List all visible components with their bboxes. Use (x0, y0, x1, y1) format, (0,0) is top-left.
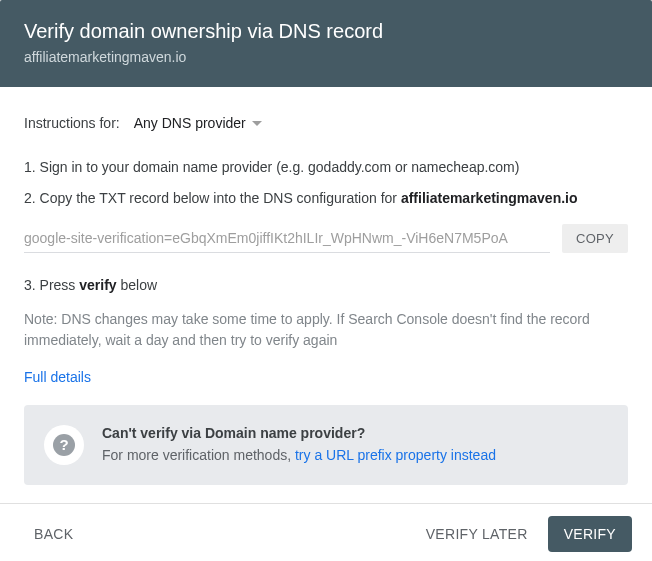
dns-provider-dropdown[interactable]: Any DNS provider (134, 111, 262, 135)
info-body: For more verification methods, try a URL… (102, 445, 496, 467)
verify-later-button[interactable]: VERIFY LATER (412, 516, 542, 552)
info-heading: Can't verify via Domain name provider? (102, 423, 496, 445)
copy-button[interactable]: COPY (562, 224, 628, 253)
step-3-bold: verify (79, 277, 116, 293)
txt-record-row: COPY (24, 224, 628, 253)
instructions-label: Instructions for: (24, 113, 120, 133)
dns-provider-value: Any DNS provider (134, 113, 246, 133)
dialog-footer: BACK VERIFY LATER VERIFY (0, 503, 652, 561)
verify-ownership-dialog: Verify domain ownership via DNS record a… (0, 0, 652, 561)
full-details-link[interactable]: Full details (24, 367, 91, 387)
step-2-text: 2. Copy the TXT record below into the DN… (24, 190, 401, 206)
url-prefix-link[interactable]: try a URL prefix property instead (295, 447, 496, 463)
txt-record-input[interactable] (24, 224, 550, 253)
dialog-title: Verify domain ownership via DNS record (24, 20, 628, 43)
info-box: ? Can't verify via Domain name provider?… (24, 405, 628, 484)
dialog-header: Verify domain ownership via DNS record a… (0, 0, 652, 87)
info-text: Can't verify via Domain name provider? F… (102, 423, 496, 466)
step-2-domain: affiliatemarketingmaven.io (401, 190, 578, 206)
question-icon: ? (53, 434, 75, 456)
step-2: 2. Copy the TXT record below into the DN… (24, 188, 628, 208)
step-3: 3. Press verify below (24, 275, 628, 295)
dialog-content: Instructions for: Any DNS provider 1. Si… (0, 87, 652, 503)
chevron-down-icon (252, 121, 262, 126)
back-button[interactable]: BACK (20, 516, 87, 552)
info-body-prefix: For more verification methods, (102, 447, 295, 463)
dns-note: Note: DNS changes may take some time to … (24, 309, 628, 351)
verify-button[interactable]: VERIFY (548, 516, 632, 552)
step-1: 1. Sign in to your domain name provider … (24, 157, 628, 177)
question-icon-circle: ? (44, 425, 84, 465)
instructions-row: Instructions for: Any DNS provider (24, 111, 628, 135)
step-3-prefix: 3. Press (24, 277, 79, 293)
domain-name: affiliatemarketingmaven.io (24, 49, 628, 65)
step-3-suffix: below (117, 277, 157, 293)
